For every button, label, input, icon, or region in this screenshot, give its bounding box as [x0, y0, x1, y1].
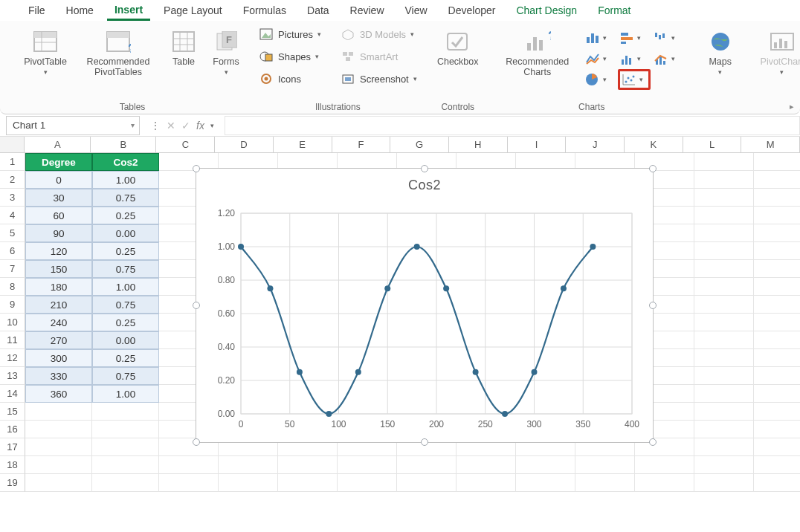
cell-I18[interactable]	[516, 456, 575, 474]
cell-L10[interactable]	[694, 314, 754, 331]
cell-A15[interactable]	[25, 403, 92, 421]
table-button[interactable]: Table	[167, 25, 201, 67]
column-chart-button[interactable]	[584, 30, 601, 46]
cell-B9[interactable]: 0.75	[92, 296, 159, 314]
charts-dialog-launcher[interactable]: ▸	[790, 102, 800, 112]
cell-A9[interactable]: 210	[25, 296, 92, 314]
formula-input[interactable]	[225, 116, 800, 135]
cell-M19[interactable]	[754, 474, 800, 492]
combo-chart-button[interactable]	[652, 51, 670, 67]
row-header-17[interactable]: 17	[0, 438, 25, 456]
cell-L19[interactable]	[694, 474, 754, 492]
cell-D18[interactable]	[219, 456, 278, 474]
column-header-J[interactable]: J	[566, 137, 625, 153]
row-header-2[interactable]: 2	[0, 171, 25, 189]
chevron-down-icon[interactable]: ▾	[603, 55, 607, 62]
scatter-chart-button[interactable]	[620, 71, 638, 88]
cell-M5[interactable]	[754, 224, 800, 242]
bar-chart-button[interactable]	[618, 30, 636, 46]
cell-L15[interactable]	[694, 403, 754, 421]
cell-D19[interactable]	[219, 474, 278, 492]
resize-handle-sw[interactable]	[193, 438, 200, 446]
cell-B7[interactable]: 0.75	[92, 260, 159, 278]
cell-M16[interactable]	[754, 421, 800, 438]
tab-view[interactable]: View	[398, 1, 435, 19]
cell-J18[interactable]	[575, 456, 635, 474]
cell-L9[interactable]	[694, 296, 754, 314]
cell-L5[interactable]	[694, 224, 754, 242]
cell-A18[interactable]	[25, 456, 92, 474]
cell-L17[interactable]	[694, 438, 754, 456]
resize-handle-e[interactable]	[649, 302, 657, 309]
cell-B11[interactable]: 0.00	[92, 331, 159, 349]
cell-B2[interactable]: 1.00	[92, 171, 159, 189]
cell-A4[interactable]: 60	[25, 207, 92, 224]
chevron-down-icon[interactable]: ▾	[639, 76, 643, 83]
cell-B14[interactable]: 1.00	[92, 385, 159, 403]
cell-A19[interactable]	[25, 474, 92, 492]
tab-insert[interactable]: Insert	[107, 1, 150, 21]
tab-developer[interactable]: Developer	[441, 1, 503, 19]
resize-handle-se[interactable]	[649, 438, 657, 446]
cell-K18[interactable]	[635, 456, 694, 474]
pie-chart-button[interactable]	[584, 71, 601, 88]
cell-A8[interactable]: 180	[25, 278, 92, 296]
column-header-I[interactable]: I	[508, 137, 567, 153]
cell-L16[interactable]	[694, 421, 754, 438]
chevron-down-icon[interactable]: ▾	[603, 76, 607, 83]
row-header-11[interactable]: 11	[0, 331, 25, 349]
cell-B13[interactable]: 0.75	[92, 367, 159, 385]
cell-A11[interactable]: 270	[25, 331, 92, 349]
resize-handle-s[interactable]	[421, 438, 428, 446]
cell-M10[interactable]	[754, 314, 800, 331]
cell-M9[interactable]	[754, 296, 800, 314]
chevron-down-icon[interactable]: ▾	[210, 122, 214, 129]
pivottable-button[interactable]: PivotTable ▾	[21, 25, 70, 76]
cell-B4[interactable]: 0.25	[92, 207, 159, 224]
cell-B5[interactable]: 0.00	[92, 224, 159, 242]
cell-L12[interactable]	[694, 349, 754, 367]
cell-K19[interactable]	[635, 474, 694, 492]
chevron-down-icon[interactable]: ▾	[671, 34, 675, 42]
row-header-9[interactable]: 9	[0, 296, 25, 314]
tab-chart-design[interactable]: Chart Design	[509, 1, 584, 19]
row-header-15[interactable]: 15	[0, 403, 25, 421]
cell-H18[interactable]	[457, 456, 516, 474]
row-header-13[interactable]: 13	[0, 367, 25, 385]
row-header-1[interactable]: 1	[0, 153, 25, 171]
smartart-button[interactable]: SmartArt	[341, 48, 417, 65]
cell-L8[interactable]	[694, 278, 754, 296]
cell-H19[interactable]	[457, 474, 516, 492]
chevron-down-icon[interactable]: ▾	[671, 55, 675, 62]
cell-L14[interactable]	[694, 385, 754, 403]
column-header-E[interactable]: E	[274, 137, 332, 153]
enter-icon[interactable]: ✓	[181, 120, 190, 132]
row-header-8[interactable]: 8	[0, 278, 25, 296]
cell-B6[interactable]: 0.25	[92, 242, 159, 260]
column-header-G[interactable]: G	[390, 137, 449, 153]
column-header-F[interactable]: F	[332, 137, 391, 153]
cell-M13[interactable]	[754, 367, 800, 385]
chevron-down-icon[interactable]: ▾	[603, 34, 607, 42]
tab-data[interactable]: Data	[300, 1, 337, 19]
cell-A3[interactable]: 30	[25, 189, 92, 207]
cell-B8[interactable]: 1.00	[92, 278, 159, 296]
maps-button[interactable]: Maps ▾	[700, 25, 741, 76]
cell-G18[interactable]	[397, 456, 457, 474]
cell-A13[interactable]: 330	[25, 367, 92, 385]
row-header-14[interactable]: 14	[0, 385, 25, 403]
chevron-down-icon[interactable]: ▾	[637, 55, 641, 62]
cell-A10[interactable]: 240	[25, 314, 92, 331]
column-header-D[interactable]: D	[215, 137, 274, 153]
cell-L6[interactable]	[694, 242, 754, 260]
cell-L4[interactable]	[694, 207, 754, 224]
cell-M11[interactable]	[754, 331, 800, 349]
statistic-chart-button[interactable]	[618, 51, 636, 67]
column-header-B[interactable]: B	[91, 137, 157, 153]
tab-formulas[interactable]: Formulas	[236, 1, 294, 19]
cell-A16[interactable]	[25, 421, 92, 438]
cell-E18[interactable]	[278, 456, 338, 474]
chevron-down-icon[interactable]: ▾	[637, 34, 641, 42]
cell-B19[interactable]	[92, 474, 159, 492]
embedded-chart[interactable]: Cos2 0.000.200.400.600.801.001.200501001…	[196, 168, 654, 443]
